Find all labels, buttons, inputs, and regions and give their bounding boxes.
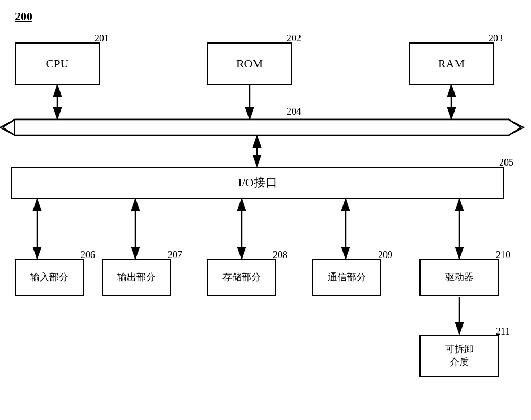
ref-202: 202 [287, 33, 301, 44]
ref-208: 208 [273, 250, 287, 261]
ref-211: 211 [496, 326, 510, 337]
ref-206: 206 [81, 250, 95, 261]
rom-label: ROM [236, 57, 263, 71]
storage-box: 存储部分 [207, 259, 276, 296]
ref-203: 203 [489, 33, 503, 44]
output-box: 输出部分 [102, 259, 171, 296]
driver-label: 驱动器 [445, 271, 474, 284]
cpu-label: CPU [46, 57, 69, 71]
ref-209: 209 [378, 250, 392, 261]
diagram-label: 200 [15, 10, 32, 23]
io-box: I/O接口 [11, 167, 504, 199]
diagram: 200 CPU 201 ROM 202 RAM 203 204 I/O接口 20… [0, 0, 531, 420]
svg-line-12 [509, 127, 521, 135]
svg-rect-6 [15, 120, 509, 135]
ref-204: 204 [287, 106, 301, 117]
comm-box: 通信部分 [312, 259, 381, 296]
svg-line-10 [3, 127, 15, 135]
svg-marker-5 [509, 119, 524, 135]
io-label: I/O接口 [238, 175, 277, 191]
svg-line-11 [509, 119, 521, 127]
rom-box: ROM [207, 42, 292, 85]
svg-marker-4 [0, 119, 15, 135]
media-box: 可拆卸 介质 [419, 335, 499, 377]
ref-201: 201 [95, 33, 109, 44]
svg-line-9 [3, 119, 15, 127]
input-label: 输入部分 [30, 271, 68, 284]
ref-207: 207 [168, 250, 182, 261]
output-label: 输出部分 [117, 271, 156, 284]
ram-box: RAM [409, 42, 494, 85]
ram-label: RAM [438, 57, 465, 71]
svg-rect-3 [15, 119, 509, 135]
storage-label: 存储部分 [222, 271, 261, 284]
system-bus [0, 119, 524, 135]
ref-205: 205 [499, 157, 513, 168]
input-box: 输入部分 [15, 259, 84, 296]
ref-210: 210 [496, 250, 510, 261]
media-label: 可拆卸 介质 [445, 342, 474, 369]
driver-box: 驱动器 [419, 259, 499, 296]
comm-label: 通信部分 [328, 271, 366, 284]
cpu-box: CPU [15, 42, 100, 85]
